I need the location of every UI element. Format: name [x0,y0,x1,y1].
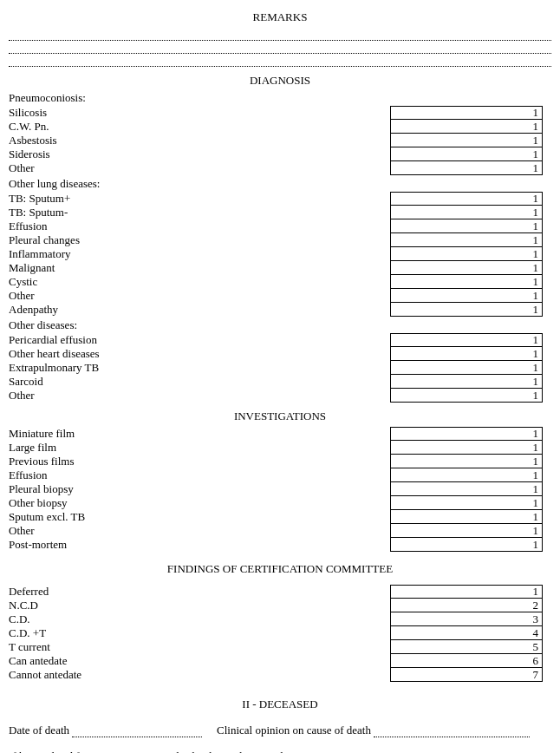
finding-value-box[interactable]: 6 [390,654,543,668]
finding-value-box[interactable]: 7 [390,668,543,682]
pneumo-value-box[interactable]: 1 [390,120,543,134]
investigation-value-box[interactable]: 1 [390,468,543,482]
other-disease-value-box[interactable]: 1 [390,333,543,347]
other-disease-row: Sarcoid1 [9,375,551,389]
investigation-label: Pleural biopsy [9,482,390,496]
investigation-value-box[interactable]: 1 [390,441,543,455]
other-lung-row: TB: Sputum-1 [9,206,551,219]
other-lung-label: Cystic [9,275,390,289]
pneumo-label: Other [9,161,390,175]
other-lung-value-box[interactable]: 1 [390,289,543,303]
investigation-row: Other biopsy1 [9,496,551,510]
other-disease-value-box[interactable]: 1 [390,375,543,389]
other-lung-row: Inflammatory1 [9,247,551,261]
investigation-label: Sputum excl. TB [9,510,390,524]
other-disease-row: Extrapulmonary TB1 [9,361,551,375]
investigation-value-box[interactable]: 1 [390,538,543,552]
investigation-value-box[interactable]: 1 [390,427,543,441]
finding-row: Deferred1 [9,585,551,599]
finding-value-box[interactable]: 1 [390,585,543,599]
group-other-lung: Other lung diseases: [9,177,551,191]
finding-value-box[interactable]: 4 [390,626,543,640]
finding-value-box[interactable]: 5 [390,640,543,654]
investigation-label: Large film [9,441,390,455]
finding-label: C.D. [9,612,390,626]
pneumo-label: C.W. Pn. [9,120,390,134]
other-disease-label: Other [9,389,390,403]
other-lung-label: Effusion [9,219,390,233]
pneumo-value-box[interactable]: 1 [390,147,543,161]
other-lung-row: Other1 [9,289,551,303]
other-lung-label: Inflammatory [9,247,390,261]
pneumo-value-box[interactable]: 1 [390,106,543,120]
other-lung-row: Malignant1 [9,261,551,275]
remarks-line[interactable] [9,43,551,54]
remarks-line[interactable] [9,29,551,41]
remarks-heading: REMARKS [9,10,551,24]
finding-value-box[interactable]: 2 [390,599,543,612]
other-lung-value-box[interactable]: 1 [390,233,543,247]
finding-row: Cannot antedate7 [9,668,551,682]
investigation-value-box[interactable]: 1 [390,524,543,538]
pneumo-value-box[interactable]: 1 [390,161,543,175]
group-pneumoconiosis: Pneumoconiosis: [9,91,551,105]
other-disease-value-box[interactable]: 1 [390,347,543,361]
date-of-death-label: Date of death [9,724,69,737]
investigation-row: Effusion1 [9,468,551,482]
other-disease-label: Sarcoid [9,375,390,389]
date-of-death-field[interactable]: Date of death [9,724,217,737]
other-disease-value-box[interactable]: 1 [390,361,543,375]
findings-heading: FINDINGS OF CERTIFICATION COMMITTEE [9,562,551,576]
other-lung-value-box[interactable]: 1 [390,261,543,275]
investigation-label: Other [9,524,390,538]
finding-label: Deferred [9,585,390,599]
other-lung-label: Adenpathy [9,303,390,317]
other-lung-value-box[interactable]: 1 [390,303,543,317]
investigation-value-box[interactable]: 1 [390,510,543,524]
finding-row: C.D. +T4 [9,626,551,640]
finding-label: Can antedate [9,654,390,668]
investigation-row: Post-mortem1 [9,538,551,552]
other-lung-label: Other [9,289,390,303]
pneumo-row: Silicosis1 [9,106,551,120]
investigation-value-box[interactable]: 1 [390,455,543,468]
investigation-label: Previous films [9,455,390,468]
other-lung-value-box[interactable]: 1 [390,275,543,289]
other-lung-row: Effusion1 [9,219,551,233]
other-lung-value-box[interactable]: 1 [390,206,543,219]
finding-row: N.C.D2 [9,599,551,612]
deceased-heading: II - DECEASED [9,697,551,711]
other-lung-value-box[interactable]: 1 [390,219,543,233]
pneumo-value-box[interactable]: 1 [390,134,543,147]
other-lung-row: Pleural changes1 [9,233,551,247]
investigation-value-box[interactable]: 1 [390,482,543,496]
finding-row: Can antedate6 [9,654,551,668]
clinical-opinion-field[interactable]: Clinical opinion on cause of death [217,724,551,737]
other-disease-value-box[interactable]: 1 [390,389,543,403]
other-disease-label: Other heart diseases [9,347,390,361]
other-lung-value-box[interactable]: 1 [390,247,543,261]
investigation-row: Sputum excl. TB1 [9,510,551,524]
investigation-label: Miniature film [9,427,390,441]
other-lung-row: TB: Sputum+1 [9,192,551,206]
investigation-row: Miniature film1 [9,427,551,441]
investigation-value-box[interactable]: 1 [390,496,543,510]
pneumo-label: Asbestosis [9,134,390,147]
finding-label: N.C.D [9,599,390,612]
pneumo-label: Siderosis [9,147,390,161]
finding-label: Cannot antedate [9,668,390,682]
other-lung-label: Pleural changes [9,233,390,247]
investigation-row: Pleural biopsy1 [9,482,551,496]
pneumo-row: Siderosis1 [9,147,551,161]
investigations-heading: INVESTIGATIONS [9,409,551,423]
other-lung-label: TB: Sputum- [9,206,390,219]
clinical-opinion-label: Clinical opinion on cause of death [217,724,371,737]
finding-value-box[interactable]: 3 [390,612,543,626]
pneumo-row: Asbestosis1 [9,134,551,147]
pneumo-row: Other1 [9,161,551,175]
other-lung-row: Cystic1 [9,275,551,289]
other-lung-value-box[interactable]: 1 [390,192,543,206]
remarks-line[interactable] [9,56,551,67]
investigation-label: Other biopsy [9,496,390,510]
other-disease-label: Pericardial effusion [9,333,390,347]
